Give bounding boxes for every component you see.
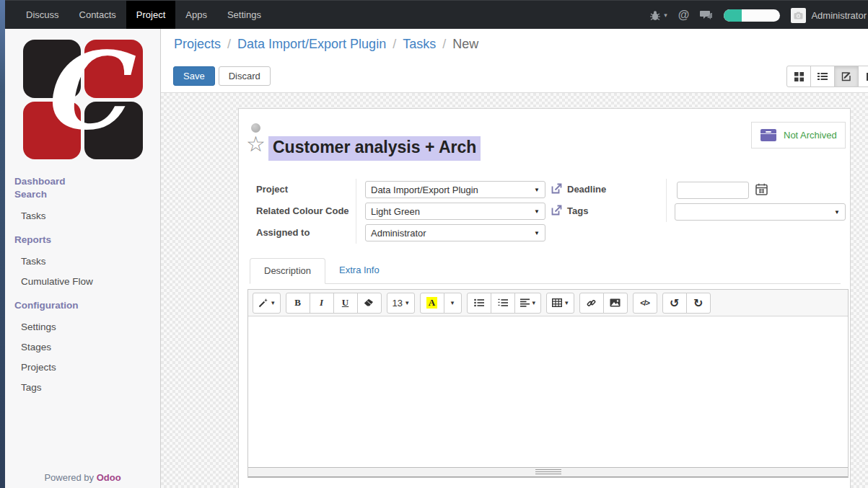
redo-button[interactable]: ↻: [686, 293, 711, 314]
undo-icon: ↺: [670, 296, 679, 310]
ordered-list-button[interactable]: [491, 293, 515, 314]
bold-button[interactable]: B: [286, 293, 310, 314]
extra-view-button[interactable]: [858, 66, 868, 87]
sidebar-heading-configuration[interactable]: Configuration: [5, 299, 160, 312]
breadcrumb-tasks[interactable]: Tasks: [386, 37, 436, 51]
code-view-button[interactable]: </>: [633, 293, 657, 314]
editor-content[interactable]: [248, 316, 848, 467]
nav-item-contacts[interactable]: Contacts: [69, 1, 126, 29]
kanban-view-button[interactable]: [786, 66, 811, 87]
navbar-systray: ▾ @: [649, 1, 868, 29]
window-edge-strip: [0, 0, 5, 488]
sidebar-item-stages[interactable]: Stages: [5, 342, 160, 352]
table-dropdown[interactable]: ▾: [546, 293, 574, 314]
assigned-to-select-value: Administrator: [371, 228, 426, 239]
calendar-icon[interactable]: [755, 183, 768, 195]
deadline-field-label: Deadline: [567, 184, 606, 195]
nav-item-discuss[interactable]: Discuss: [16, 1, 69, 29]
breadcrumb-projects[interactable]: Projects: [174, 37, 221, 51]
font-size-value: 13: [393, 298, 403, 309]
save-button[interactable]: Save: [173, 66, 215, 86]
form-view-button[interactable]: [834, 66, 859, 87]
debug-menu[interactable]: ▾: [649, 10, 667, 21]
sidebar-item-reports-tasks[interactable]: Tasks: [5, 256, 160, 267]
list-icon: [817, 72, 828, 81]
breadcrumb-project-name[interactable]: Data Import/Export Plugin: [221, 37, 386, 51]
archive-status-label: Not Archived: [784, 130, 837, 141]
deadline-input[interactable]: [677, 182, 749, 199]
italic-button[interactable]: I: [310, 293, 334, 314]
form-edit-icon: [841, 71, 851, 81]
table-icon: [552, 298, 562, 307]
mentions-icon[interactable]: @: [678, 9, 690, 22]
select-caret-icon: ▼: [834, 209, 840, 216]
kanban-icon: [794, 72, 804, 81]
caret-down-icon: ▾: [664, 12, 667, 19]
remove-format-button[interactable]: [357, 293, 382, 314]
tab-description[interactable]: Description: [250, 258, 325, 284]
sidebar-item-tags[interactable]: Tags: [5, 382, 160, 393]
sidebar: C Dashboard Search Tasks Reports Tasks C…: [5, 29, 161, 488]
project-external-link-icon[interactable]: [551, 182, 563, 195]
sidebar-item-dashboard[interactable]: Dashboard: [5, 175, 160, 188]
nav-item-project[interactable]: Project: [126, 1, 175, 29]
logo-letter: C: [23, 31, 143, 151]
colour-code-select[interactable]: Light Green ▼: [365, 203, 545, 220]
form-action-buttons: Save Discard: [173, 66, 271, 86]
powered-by-prefix: Powered by: [44, 472, 94, 483]
odoo-brand-link[interactable]: Odoo: [97, 472, 121, 483]
field-column-divider-right: [666, 179, 667, 222]
editor-toolbar: ▾ B I U: [248, 290, 848, 316]
field-column-divider-left: [356, 179, 356, 244]
tags-select[interactable]: ▼: [675, 203, 846, 221]
unordered-list-button[interactable]: [467, 293, 491, 314]
messages-icon[interactable]: [700, 10, 713, 21]
magic-wand-icon: [258, 298, 268, 308]
editor-resize-bar[interactable]: [248, 467, 848, 477]
undo-button[interactable]: ↺: [662, 293, 687, 314]
top-navbar: Discuss Contacts Project Apps Settings ▾…: [5, 0, 868, 29]
tags-field-label: Tags: [567, 205, 588, 216]
tab-extra-info[interactable]: Extra Info: [325, 258, 393, 283]
align-left-icon: [520, 298, 530, 307]
sidebar-item-cumulative-flow[interactable]: Cumulative Flow: [5, 276, 160, 287]
caret-down-icon: ▾: [565, 299, 569, 306]
sidebar-item-settings[interactable]: Settings: [5, 321, 160, 332]
user-menu[interactable]: Administrator: [791, 8, 867, 23]
sidebar-item-tasks[interactable]: Tasks: [5, 210, 160, 221]
list-ul-icon: [474, 298, 484, 307]
select-caret-icon: ▼: [534, 230, 540, 236]
image-icon: [610, 298, 621, 307]
sidebar-heading-reports[interactable]: Reports: [5, 234, 160, 247]
favorite-star-icon[interactable]: ☆: [246, 133, 266, 155]
list-view-button[interactable]: [810, 66, 835, 87]
nav-item-settings[interactable]: Settings: [217, 1, 271, 29]
project-select[interactable]: Data Import/Export Plugin ▼: [365, 181, 545, 198]
sidebar-menu: Dashboard Search Tasks Reports Tasks Cum…: [5, 175, 160, 393]
archive-status-button[interactable]: Not Archived: [751, 122, 846, 148]
redo-icon: ↻: [693, 296, 703, 310]
select-caret-icon: ▼: [534, 187, 540, 193]
progress-bar: [724, 9, 780, 22]
company-logo[interactable]: C: [23, 40, 143, 159]
discard-button[interactable]: Discard: [219, 66, 271, 86]
sidebar-item-projects[interactable]: Projects: [5, 362, 160, 373]
task-title-input[interactable]: Customer analysis + Arch: [268, 136, 481, 161]
insert-link-button[interactable]: [579, 293, 604, 314]
underline-button[interactable]: U: [333, 293, 358, 314]
assigned-to-select[interactable]: Administrator ▼: [365, 224, 545, 241]
colour-code-external-link-icon[interactable]: [551, 204, 563, 216]
pivot-icon: [866, 72, 868, 81]
insert-image-button[interactable]: [603, 293, 628, 314]
sidebar-item-search[interactable]: Search: [5, 188, 160, 201]
nav-item-apps[interactable]: Apps: [175, 1, 217, 29]
paragraph-align-dropdown[interactable]: ▾: [514, 293, 542, 314]
font-color-button[interactable]: A: [420, 293, 444, 314]
view-switcher: [786, 66, 868, 87]
caret-down-icon: ▾: [451, 299, 455, 306]
font-color-dropdown[interactable]: ▾: [444, 293, 462, 314]
style-dropdown-button[interactable]: ▾: [253, 293, 281, 314]
caret-down-icon: ▾: [532, 299, 536, 306]
font-size-dropdown[interactable]: 13 ▾: [387, 293, 415, 314]
project-field-label: Project: [256, 184, 288, 195]
